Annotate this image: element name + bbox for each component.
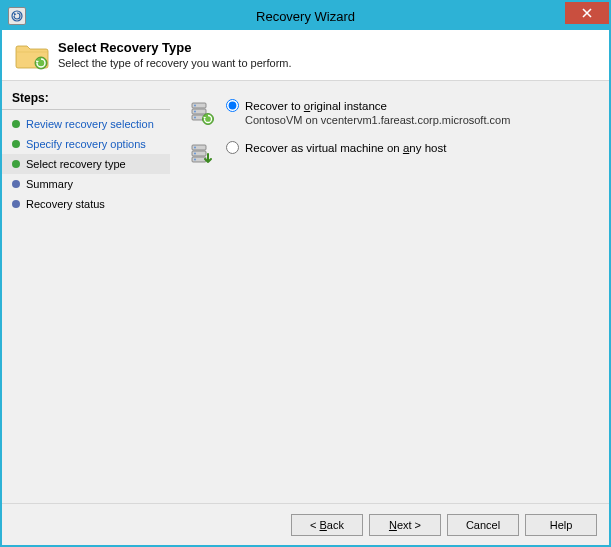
- folder-recovery-icon: [14, 40, 50, 72]
- svg-point-13: [194, 153, 196, 155]
- svg-point-6: [194, 111, 196, 113]
- step-label: Summary: [26, 178, 73, 190]
- help-button[interactable]: Help: [525, 514, 597, 536]
- step-done-icon: [12, 140, 20, 148]
- option-recover-anyhost: Recover as virtual machine on any host: [188, 141, 595, 169]
- step-pending-icon: [12, 180, 20, 188]
- next-button[interactable]: Next >: [369, 514, 441, 536]
- step-review-recovery-selection[interactable]: Review recovery selection: [2, 114, 170, 134]
- server-restore-icon: [188, 99, 216, 127]
- radio-recover-anyhost-label[interactable]: Recover as virtual machine on any host: [245, 142, 446, 154]
- wizard-body: Steps: Review recovery selection Specify…: [2, 80, 609, 503]
- close-button[interactable]: [565, 2, 609, 24]
- svg-point-14: [194, 159, 196, 161]
- wizard-footer: < Back Next > Cancel Help: [2, 503, 609, 545]
- app-icon: [8, 7, 26, 25]
- step-summary: Summary: [2, 174, 170, 194]
- step-label: Specify recovery options: [26, 138, 146, 150]
- page-subtitle: Select the type of recovery you want to …: [58, 57, 292, 69]
- steps-heading: Steps:: [2, 87, 170, 110]
- option-recover-original: Recover to original instance ContosoVM o…: [188, 99, 595, 127]
- step-label: Select recovery type: [26, 158, 126, 170]
- steps-panel: Steps: Review recovery selection Specify…: [2, 81, 170, 503]
- svg-point-7: [194, 117, 196, 119]
- svg-point-5: [194, 105, 196, 107]
- radio-recover-original[interactable]: [226, 99, 239, 112]
- titlebar: Recovery Wizard: [2, 2, 609, 30]
- window-title: Recovery Wizard: [2, 9, 609, 24]
- step-select-recovery-type[interactable]: Select recovery type: [2, 154, 170, 174]
- svg-point-12: [194, 147, 196, 149]
- step-done-icon: [12, 160, 20, 168]
- step-done-icon: [12, 120, 20, 128]
- step-label: Recovery status: [26, 198, 105, 210]
- cancel-button[interactable]: Cancel: [447, 514, 519, 536]
- wizard-header: Select Recovery Type Select the type of …: [2, 30, 609, 80]
- server-download-icon: [188, 141, 216, 169]
- content-panel: Recover to original instance ContosoVM o…: [170, 81, 609, 503]
- page-title: Select Recovery Type: [58, 40, 292, 55]
- step-label: Review recovery selection: [26, 118, 154, 130]
- recover-original-desc: ContosoVM on vcentervm1.fareast.corp.mic…: [245, 114, 595, 126]
- back-button[interactable]: < Back: [291, 514, 363, 536]
- step-pending-icon: [12, 200, 20, 208]
- radio-recover-anyhost[interactable]: [226, 141, 239, 154]
- step-recovery-status: Recovery status: [2, 194, 170, 214]
- radio-recover-original-label[interactable]: Recover to original instance: [245, 100, 387, 112]
- step-specify-recovery-options[interactable]: Specify recovery options: [2, 134, 170, 154]
- recovery-wizard-window: Recovery Wizard Select Recovery Type Sel…: [0, 0, 611, 547]
